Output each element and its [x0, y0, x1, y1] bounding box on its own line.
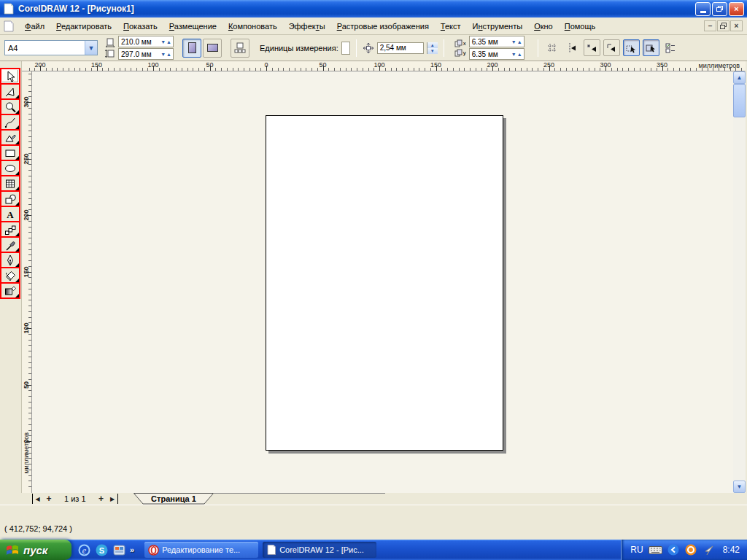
- ruler-tick: [28, 204, 31, 205]
- vertical-scrollbar[interactable]: ▲ ▼: [733, 71, 746, 493]
- first-page-button[interactable]: ◀: [32, 494, 42, 504]
- snap-to-guidelines-button[interactable]: [564, 39, 581, 56]
- ruler-tick: [708, 68, 708, 71]
- interactive-fill-tool[interactable]: [0, 282, 20, 299]
- pointer-tray-icon[interactable]: [703, 544, 715, 556]
- menu-effects[interactable]: Эффекты: [283, 20, 331, 33]
- units-combo[interactable]: [341, 42, 350, 55]
- taskbar-task-2[interactable]: CorelDRAW 12 - [Рис...: [263, 542, 376, 558]
- last-page-button[interactable]: ▶: [108, 494, 118, 504]
- text-tool[interactable]: A: [0, 206, 20, 222]
- minimize-button[interactable]: [695, 2, 711, 16]
- duplicate-x-spinner[interactable]: ▼▲: [511, 39, 524, 44]
- ellipse-tool[interactable]: [0, 160, 20, 176]
- keyboard-icon[interactable]: [649, 545, 662, 555]
- ruler-tick: [176, 68, 177, 71]
- taskbar-clock[interactable]: 8:42: [723, 545, 740, 555]
- snap-to-grid-button[interactable]: [544, 39, 561, 56]
- ruler-label: 0: [264, 61, 268, 69]
- menu-text[interactable]: Текст: [435, 20, 467, 33]
- set-default-layout-button[interactable]: [231, 39, 249, 58]
- nudge-offset-spinner[interactable]: ▲▼: [427, 42, 438, 54]
- ruler-tick: [363, 68, 363, 71]
- ruler-tick: [28, 334, 31, 335]
- ruler-tick: [69, 68, 69, 71]
- paper-width-spinner[interactable]: ▼▲: [160, 39, 173, 44]
- treat-as-filled-button[interactable]: [623, 39, 640, 56]
- restore-button[interactable]: [712, 2, 727, 16]
- page-tab[interactable]: Страница 1: [133, 493, 214, 505]
- ruler-tick: [28, 486, 31, 487]
- internet-explorer-icon[interactable]: e: [77, 543, 90, 556]
- basic-shapes-tool[interactable]: [0, 190, 20, 207]
- coreldraw-app-icon: [3, 3, 15, 15]
- ruler-tick: [28, 141, 31, 142]
- add-page-before-button[interactable]: +: [44, 494, 54, 504]
- ruler-tick: [29, 68, 30, 71]
- pick-tool[interactable]: [0, 68, 20, 85]
- app-launcher-icon[interactable]: [112, 543, 125, 556]
- ruler-tick: [532, 68, 533, 71]
- fill-tool[interactable]: [0, 267, 20, 284]
- quick-launch-overflow-chevron[interactable]: »: [130, 545, 134, 554]
- menu-window[interactable]: Окно: [528, 20, 559, 33]
- doc-restore-button[interactable]: [717, 20, 729, 31]
- paper-width-field[interactable]: 210.0 мм ▼▲: [118, 36, 174, 47]
- drawing-canvas[interactable]: [32, 71, 733, 493]
- dynamic-guides-button[interactable]: [603, 39, 620, 56]
- duplicate-y-spinner[interactable]: ▼▲: [511, 52, 524, 57]
- paper-type-combo[interactable]: A4 ▼: [4, 40, 98, 55]
- menu-layout[interactable]: Размещение: [163, 20, 222, 33]
- scroll-up-icon[interactable]: ▲: [733, 71, 746, 84]
- download-manager-icon[interactable]: [685, 544, 697, 556]
- skype-icon[interactable]: S: [95, 543, 108, 556]
- menu-arrange[interactable]: Компоновать: [222, 20, 283, 33]
- scroll-down-icon[interactable]: ▼: [733, 481, 746, 493]
- page-navigator-row: ◀ + 1 из 1 + ▶ Страница 1 ◀ ▶: [0, 493, 747, 505]
- doc-minimize-button[interactable]: –: [704, 20, 716, 31]
- freehand-tool[interactable]: [0, 114, 20, 131]
- smart-drawing-tool[interactable]: [0, 129, 20, 146]
- menu-tools[interactable]: Инструменты: [467, 20, 529, 33]
- duplicate-y-field[interactable]: 6.35 мм ▼▲: [469, 48, 525, 60]
- language-indicator[interactable]: RU: [630, 545, 643, 555]
- eyedropper-tool[interactable]: [0, 236, 20, 253]
- ruler-tick: [74, 68, 75, 71]
- menu-file[interactable]: Файл: [19, 20, 50, 33]
- ruler-tick: [651, 68, 651, 71]
- ruler-tick: [85, 68, 86, 71]
- ruler-tick: [28, 464, 31, 464]
- rectangle-tool[interactable]: [0, 144, 20, 161]
- shape-tool[interactable]: [0, 83, 20, 100]
- vertical-scroll-thumb[interactable]: [733, 84, 746, 117]
- menu-edit[interactable]: Редактировать: [50, 20, 117, 33]
- doc-close-button[interactable]: ×: [730, 20, 743, 31]
- ruler-tick: [63, 68, 63, 71]
- taskbar-task-1[interactable]: Редактирование те...: [144, 542, 258, 558]
- close-button[interactable]: ×: [729, 2, 744, 16]
- menu-help[interactable]: Помощь: [559, 20, 602, 33]
- menu-view[interactable]: Показать: [117, 20, 163, 33]
- ruler-tick: [28, 147, 31, 148]
- ruler-tick: [504, 68, 505, 71]
- zoom-tool[interactable]: [0, 98, 20, 115]
- marquee-select-button[interactable]: [643, 39, 659, 56]
- start-button[interactable]: пуск: [0, 540, 71, 560]
- hide-tray-icons-icon[interactable]: [667, 544, 680, 556]
- landscape-button[interactable]: [203, 39, 222, 58]
- graph-paper-tool[interactable]: [0, 175, 20, 192]
- ruler-tick: [702, 68, 703, 71]
- paper-height-spinner[interactable]: ▼▲: [160, 52, 173, 57]
- document-page[interactable]: [266, 115, 503, 451]
- menu-bitmaps[interactable]: Растровые изображения: [331, 20, 435, 33]
- snap-to-objects-button[interactable]: [584, 39, 600, 56]
- paper-height-field[interactable]: 297.0 мм ▼▲: [118, 48, 174, 60]
- portrait-button[interactable]: [182, 39, 201, 58]
- options-button[interactable]: [662, 39, 679, 56]
- interactive-blend-tool[interactable]: [0, 221, 20, 238]
- nudge-offset-field[interactable]: 2,54 мм: [377, 42, 424, 54]
- chevron-down-icon[interactable]: ▼: [85, 41, 97, 55]
- outline-tool[interactable]: [0, 252, 20, 268]
- duplicate-x-field[interactable]: 6.35 мм ▼▲: [469, 36, 525, 47]
- add-page-after-button[interactable]: +: [96, 494, 107, 504]
